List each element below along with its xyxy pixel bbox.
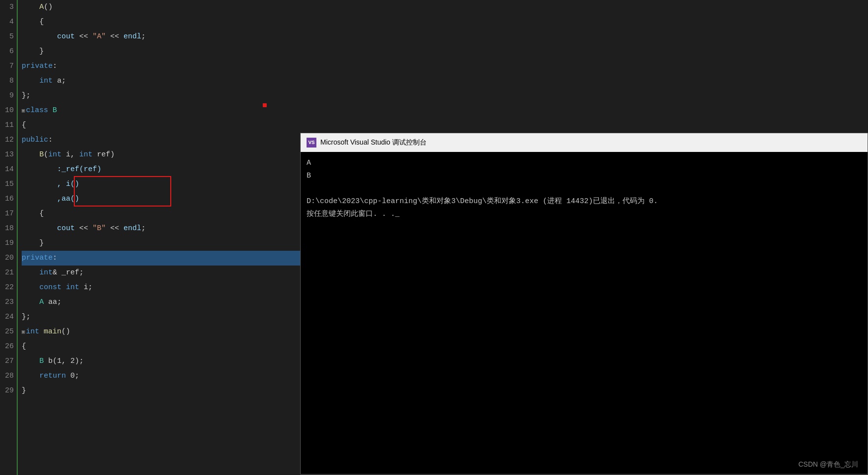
console-output: A B D:\code\2023\cpp-learning\类和对象3\Debu… (301, 152, 868, 474)
code-line-5: cout << "A" << endl; (22, 30, 300, 44)
code-line-16: ,aa() (22, 192, 300, 207)
output-b: B (307, 170, 862, 182)
ln-23: 23 (0, 295, 17, 310)
output-a: A (307, 157, 862, 170)
output-blank (307, 182, 862, 195)
ln-10: 10 (0, 103, 17, 118)
output-press: 按任意键关闭此窗口. . ._ (307, 208, 862, 221)
code-line-15: , i() (22, 177, 300, 192)
ln-16: 16 (0, 192, 17, 207)
code-line-23: A aa; (22, 295, 300, 310)
ln-11: 11 (0, 118, 17, 133)
ln-5: 5 (0, 30, 17, 44)
ln-22: 22 (0, 280, 17, 295)
code-line-3: A() (22, 0, 300, 15)
code-line-21: int& _ref; (22, 266, 300, 280)
code-line-22: const int i; (22, 280, 300, 295)
code-line-10: ▣class B (22, 103, 300, 118)
ln-25: 25 (0, 325, 17, 339)
ln-7: 7 (0, 59, 17, 74)
ln-18: 18 (0, 221, 17, 236)
output-path: D:\code\2023\cpp-learning\类和对象3\Debug\类和… (307, 195, 862, 208)
code-line-28: return 0; (22, 369, 300, 384)
line-numbers: 3 4 5 6 7 8 9 10 11 12 13 14 15 16 17 18… (0, 0, 18, 475)
ln-3: 3 (0, 0, 17, 15)
code-line-14: :_ref(ref) (22, 162, 300, 177)
code-line-26: { (22, 339, 300, 354)
code-line-17: { (22, 207, 300, 221)
code-line-25: ▣int main() (22, 325, 300, 339)
ln-28: 28 (0, 369, 17, 384)
code-line-13: B(int i, int ref) (22, 148, 300, 162)
code-line-27: B b(1, 2); (22, 354, 300, 369)
ln-24: 24 (0, 310, 17, 325)
code-line-18: cout << "B" << endl; (22, 221, 300, 236)
code-line-11: { (22, 118, 300, 133)
ln-27: 27 (0, 354, 17, 369)
ln-21: 21 (0, 266, 17, 280)
console-titlebar: VS Microsoft Visual Studio 调试控制台 (301, 133, 868, 152)
code-line-4: { (22, 15, 300, 30)
ln-19: 19 (0, 236, 17, 251)
code-line-9: }; (22, 89, 300, 103)
console-window[interactable]: VS Microsoft Visual Studio 调试控制台 A B D:\… (300, 133, 868, 475)
code-line-7: private: (22, 59, 300, 74)
right-background (300, 0, 868, 133)
code-line-12: public: (22, 133, 300, 148)
code-line-29: } (22, 384, 300, 398)
ln-15: 15 (0, 177, 17, 192)
code-line-6: } (22, 44, 300, 59)
ln-20: 20 (0, 251, 17, 266)
ln-26: 26 (0, 339, 17, 354)
ln-29: 29 (0, 384, 17, 398)
ln-9: 9 (0, 89, 17, 103)
code-line-8: int a; (22, 74, 300, 89)
ln-4: 4 (0, 15, 17, 30)
code-content: A() { cout << "A" << endl; } private: in… (18, 0, 300, 475)
watermark: CSDN @青色_忘川 (798, 460, 858, 469)
ln-17: 17 (0, 207, 17, 221)
code-line-20: private: (22, 251, 300, 266)
vs-icon: VS (307, 138, 316, 148)
code-line-19: } (22, 236, 300, 251)
console-title: Microsoft Visual Studio 调试控制台 (320, 138, 862, 147)
code-editor: 3 4 5 6 7 8 9 10 11 12 13 14 15 16 17 18… (0, 0, 300, 475)
code-line-24: }; (22, 310, 300, 325)
red-indicator-dot (263, 103, 267, 107)
ln-13: 13 (0, 148, 17, 162)
ln-6: 6 (0, 44, 17, 59)
ln-8: 8 (0, 74, 17, 89)
ln-14: 14 (0, 162, 17, 177)
ln-12: 12 (0, 133, 17, 148)
